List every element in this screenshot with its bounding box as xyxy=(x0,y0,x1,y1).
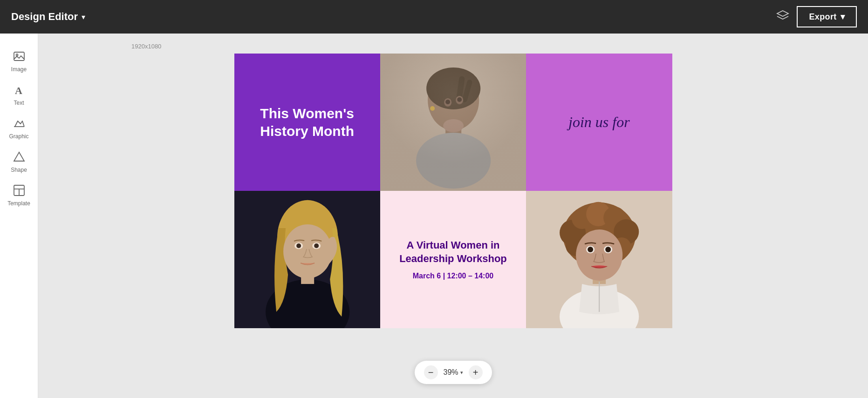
svg-marker-5 xyxy=(14,152,24,161)
svg-point-50 xyxy=(588,247,593,252)
zoom-in-button[interactable]: + xyxy=(469,365,483,379)
zoom-plus-icon: + xyxy=(473,367,478,378)
photo-curly-hair-woman xyxy=(526,191,672,328)
topbar-chevron-icon[interactable]: ▾ xyxy=(82,13,85,21)
text-icon: A xyxy=(13,84,25,98)
cell-1-text: This Women's History Month xyxy=(234,95,380,149)
svg-point-35 xyxy=(314,243,319,248)
svg-rect-25 xyxy=(380,54,526,191)
sidebar: Image A Text Graphic xyxy=(0,34,38,398)
cell-3-text: join us for xyxy=(559,104,639,140)
graphic-icon xyxy=(13,117,25,131)
canvas-cell-2[interactable] xyxy=(380,54,526,191)
cell-5-date: March 6 | 12:00 – 14:00 xyxy=(413,272,493,280)
image-icon xyxy=(13,50,25,64)
sidebar-item-image-label: Image xyxy=(11,66,27,73)
sidebar-item-template-label: Template xyxy=(7,200,30,207)
export-button[interactable]: Export ▾ xyxy=(797,6,857,27)
svg-point-33 xyxy=(296,243,301,248)
sidebar-item-graphic[interactable]: Graphic xyxy=(0,112,38,145)
canvas-size-label: 1920x1080 xyxy=(131,43,161,50)
cell-5-title: A Virtual Women in Leadership Workshop xyxy=(380,239,526,265)
zoom-value-display[interactable]: 39% ▾ xyxy=(443,368,463,377)
export-label: Export xyxy=(809,12,836,22)
app-title: Design Editor xyxy=(11,11,78,23)
svg-point-31 xyxy=(283,224,332,278)
sidebar-item-shape-label: Shape xyxy=(11,167,27,173)
photo-blonde-woman xyxy=(234,191,380,328)
zoom-out-button[interactable]: − xyxy=(424,365,437,379)
shape-icon xyxy=(13,151,25,165)
topbar: Design Editor ▾ Export ▾ xyxy=(0,0,868,34)
topbar-right: Export ▾ xyxy=(776,6,857,27)
design-canvas: This Women's History Month xyxy=(234,54,672,328)
svg-rect-1 xyxy=(14,52,24,61)
zoom-control: − 39% ▾ + xyxy=(414,361,492,384)
canvas-cell-5[interactable]: A Virtual Women in Leadership Workshop M… xyxy=(380,191,526,328)
canvas-cell-6[interactable] xyxy=(526,191,672,328)
sidebar-item-image[interactable]: Image xyxy=(0,45,38,78)
zoom-percent: 39% xyxy=(443,368,458,377)
canvas-cell-3[interactable]: join us for xyxy=(526,54,672,191)
sidebar-item-text[interactable]: A Text xyxy=(0,78,38,112)
sidebar-item-template[interactable]: Template xyxy=(0,179,38,212)
svg-text:A: A xyxy=(15,85,22,96)
template-icon xyxy=(13,184,25,198)
canvas-area: 1920x1080 This Women's History Month xyxy=(38,34,868,398)
export-chevron-icon: ▾ xyxy=(841,12,845,22)
sidebar-item-text-label: Text xyxy=(14,100,24,106)
svg-point-52 xyxy=(605,247,611,252)
topbar-left: Design Editor ▾ xyxy=(11,11,85,23)
canvas-cell-4[interactable] xyxy=(234,191,380,328)
sidebar-item-shape[interactable]: Shape xyxy=(0,145,38,179)
sidebar-item-graphic-label: Graphic xyxy=(9,133,28,140)
photo-woman-looking-up xyxy=(380,54,526,191)
svg-marker-0 xyxy=(777,11,788,16)
main-layout: Image A Text Graphic xyxy=(0,34,868,398)
svg-point-2 xyxy=(16,54,18,56)
zoom-chevron-icon: ▾ xyxy=(460,370,463,376)
zoom-minus-icon: − xyxy=(428,367,434,378)
layers-icon[interactable] xyxy=(776,9,789,25)
svg-point-48 xyxy=(576,229,622,281)
canvas-cell-1[interactable]: This Women's History Month xyxy=(234,54,380,191)
